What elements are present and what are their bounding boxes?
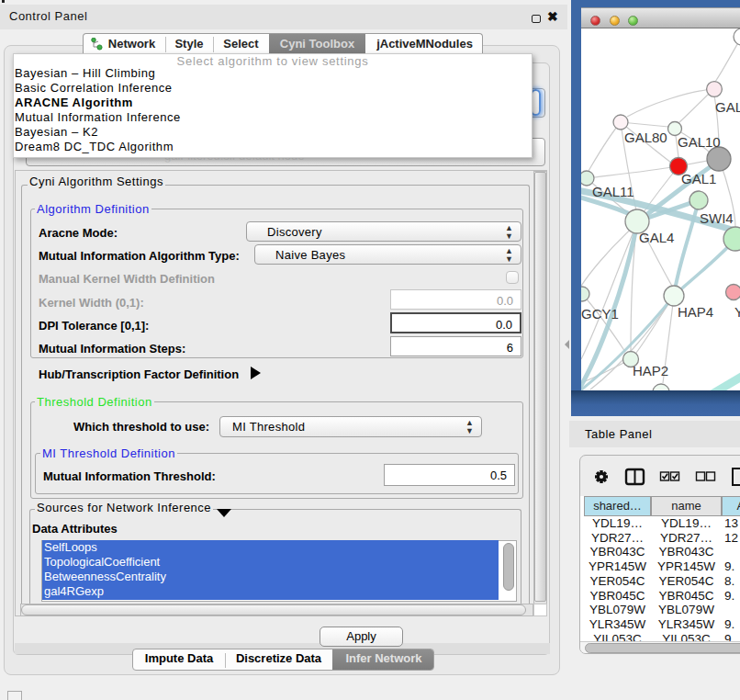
svg-text:SWI4: SWI4 bbox=[700, 210, 734, 226]
svg-text:HAP4: HAP4 bbox=[678, 304, 713, 320]
svg-text:GAL10: GAL10 bbox=[678, 134, 721, 150]
svg-text:GAL11: GAL11 bbox=[592, 184, 634, 199]
svg-text:Y: Y bbox=[734, 304, 740, 320]
svg-text:GAL1: GAL1 bbox=[681, 171, 716, 186]
svg-text:GAL4: GAL4 bbox=[639, 230, 674, 245]
svg-text:GCY1: GCY1 bbox=[581, 306, 619, 322]
svg-text:GAL7: GAL7 bbox=[715, 99, 740, 115]
svg-text:GAL80: GAL80 bbox=[624, 130, 667, 145]
svg-text:HAP2: HAP2 bbox=[633, 363, 668, 378]
